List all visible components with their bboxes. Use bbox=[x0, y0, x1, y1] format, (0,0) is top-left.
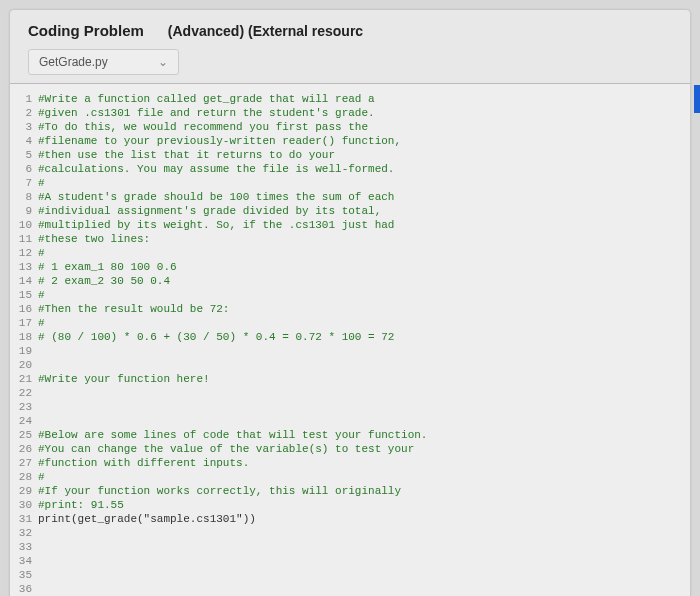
code-line[interactable]: 3#To do this, we would recommend you fir… bbox=[10, 120, 690, 134]
line-number: 9 bbox=[10, 204, 38, 218]
line-content: #Write a function called get_grade that … bbox=[38, 92, 690, 106]
code-line[interactable]: 9#individual assignment's grade divided … bbox=[10, 204, 690, 218]
code-line[interactable]: 19 bbox=[10, 344, 690, 358]
code-line[interactable]: 7# bbox=[10, 176, 690, 190]
file-tab-dropdown[interactable]: GetGrade.py ⌄ bbox=[28, 49, 179, 75]
code-line[interactable]: 10#multiplied by its weight. So, if the … bbox=[10, 218, 690, 232]
line-content: # bbox=[38, 246, 690, 260]
code-line[interactable]: 4#filename to your previously-written re… bbox=[10, 134, 690, 148]
line-number: 14 bbox=[10, 274, 38, 288]
line-content: #print: 91.55 bbox=[38, 498, 690, 512]
code-line[interactable]: 1#Write a function called get_grade that… bbox=[10, 92, 690, 106]
line-content bbox=[38, 526, 690, 540]
code-line[interactable]: 34 bbox=[10, 554, 690, 568]
line-number: 24 bbox=[10, 414, 38, 428]
line-number: 28 bbox=[10, 470, 38, 484]
code-line[interactable]: 2#given .cs1301 file and return the stud… bbox=[10, 106, 690, 120]
line-number: 1 bbox=[10, 92, 38, 106]
code-line[interactable]: 33 bbox=[10, 540, 690, 554]
line-content: #If your function works correctly, this … bbox=[38, 484, 690, 498]
line-number: 33 bbox=[10, 540, 38, 554]
line-content: #Below are some lines of code that will … bbox=[38, 428, 690, 442]
line-content: #function with different inputs. bbox=[38, 456, 690, 470]
line-number: 15 bbox=[10, 288, 38, 302]
code-editor[interactable]: 1#Write a function called get_grade that… bbox=[10, 84, 690, 596]
code-line[interactable]: 15# bbox=[10, 288, 690, 302]
line-content: #these two lines: bbox=[38, 232, 690, 246]
page-subtitle: (Advanced) (External resourc bbox=[168, 23, 363, 39]
line-content: #To do this, we would recommend you firs… bbox=[38, 120, 690, 134]
line-content: #individual assignment's grade divided b… bbox=[38, 204, 690, 218]
line-number: 13 bbox=[10, 260, 38, 274]
line-number: 19 bbox=[10, 344, 38, 358]
code-line[interactable]: 26#You can change the value of the varia… bbox=[10, 442, 690, 456]
line-content: # 2 exam_2 30 50 0.4 bbox=[38, 274, 690, 288]
line-number: 5 bbox=[10, 148, 38, 162]
line-number: 16 bbox=[10, 302, 38, 316]
file-tab-label: GetGrade.py bbox=[39, 55, 108, 69]
code-line[interactable]: 13# 1 exam_1 80 100 0.6 bbox=[10, 260, 690, 274]
code-line[interactable]: 32 bbox=[10, 526, 690, 540]
line-content: #You can change the value of the variabl… bbox=[38, 442, 690, 456]
code-line[interactable]: 5#then use the list that it returns to d… bbox=[10, 148, 690, 162]
line-content: print(get_grade("sample.cs1301")) bbox=[38, 512, 690, 526]
code-line[interactable]: 28# bbox=[10, 470, 690, 484]
line-number: 17 bbox=[10, 316, 38, 330]
right-marker bbox=[694, 85, 700, 113]
code-line[interactable]: 35 bbox=[10, 568, 690, 582]
line-number: 25 bbox=[10, 428, 38, 442]
code-line[interactable]: 21#Write your function here! bbox=[10, 372, 690, 386]
line-number: 12 bbox=[10, 246, 38, 260]
line-number: 22 bbox=[10, 386, 38, 400]
line-number: 27 bbox=[10, 456, 38, 470]
code-line[interactable]: 31print(get_grade("sample.cs1301")) bbox=[10, 512, 690, 526]
line-content: #Then the result would be 72: bbox=[38, 302, 690, 316]
editor-panel: Coding Problem (Advanced) (External reso… bbox=[10, 10, 690, 596]
code-line[interactable]: 30#print: 91.55 bbox=[10, 498, 690, 512]
line-number: 10 bbox=[10, 218, 38, 232]
code-line[interactable]: 29#If your function works correctly, thi… bbox=[10, 484, 690, 498]
code-line[interactable]: 27#function with different inputs. bbox=[10, 456, 690, 470]
line-content bbox=[38, 386, 690, 400]
line-number: 32 bbox=[10, 526, 38, 540]
code-line[interactable]: 20 bbox=[10, 358, 690, 372]
line-content: #Write your function here! bbox=[38, 372, 690, 386]
line-number: 30 bbox=[10, 498, 38, 512]
code-line[interactable]: 25#Below are some lines of code that wil… bbox=[10, 428, 690, 442]
code-line[interactable]: 16#Then the result would be 72: bbox=[10, 302, 690, 316]
code-line[interactable]: 14# 2 exam_2 30 50 0.4 bbox=[10, 274, 690, 288]
line-number: 20 bbox=[10, 358, 38, 372]
code-line[interactable]: 17# bbox=[10, 316, 690, 330]
file-tab-row: GetGrade.py ⌄ bbox=[10, 49, 690, 84]
code-line[interactable]: 23 bbox=[10, 400, 690, 414]
line-content: #A student's grade should be 100 times t… bbox=[38, 190, 690, 204]
line-content bbox=[38, 540, 690, 554]
header: Coding Problem (Advanced) (External reso… bbox=[10, 10, 690, 49]
line-number: 18 bbox=[10, 330, 38, 344]
line-content: # bbox=[38, 176, 690, 190]
chevron-down-icon: ⌄ bbox=[158, 55, 168, 69]
code-line[interactable]: 18# (80 / 100) * 0.6 + (30 / 50) * 0.4 =… bbox=[10, 330, 690, 344]
line-number: 7 bbox=[10, 176, 38, 190]
code-line[interactable]: 12# bbox=[10, 246, 690, 260]
line-content: #then use the list that it returns to do… bbox=[38, 148, 690, 162]
line-number: 21 bbox=[10, 372, 38, 386]
line-content bbox=[38, 414, 690, 428]
line-number: 6 bbox=[10, 162, 38, 176]
code-line[interactable]: 6#calculations. You may assume the file … bbox=[10, 162, 690, 176]
code-line[interactable]: 36 bbox=[10, 582, 690, 596]
code-line[interactable]: 8#A student's grade should be 100 times … bbox=[10, 190, 690, 204]
page-title: Coding Problem bbox=[28, 22, 144, 39]
line-content bbox=[38, 344, 690, 358]
line-number: 23 bbox=[10, 400, 38, 414]
code-line[interactable]: 24 bbox=[10, 414, 690, 428]
line-number: 26 bbox=[10, 442, 38, 456]
line-content: # bbox=[38, 316, 690, 330]
line-number: 29 bbox=[10, 484, 38, 498]
line-content bbox=[38, 582, 690, 596]
code-line[interactable]: 22 bbox=[10, 386, 690, 400]
line-content: # bbox=[38, 288, 690, 302]
line-number: 34 bbox=[10, 554, 38, 568]
line-content bbox=[38, 568, 690, 582]
code-line[interactable]: 11#these two lines: bbox=[10, 232, 690, 246]
